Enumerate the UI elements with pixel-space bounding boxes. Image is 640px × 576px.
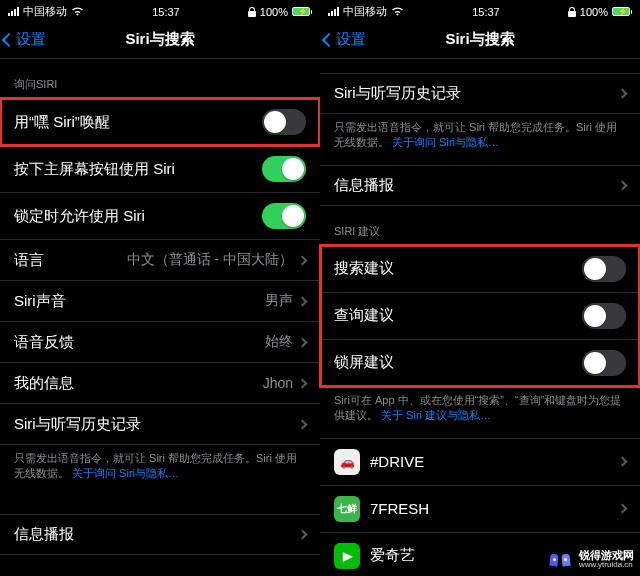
chevron-right-icon bbox=[298, 337, 308, 347]
cell-history[interactable]: Siri与听写历史记录 bbox=[320, 73, 640, 114]
cell-app-drive[interactable]: 🚗 #DRIVE bbox=[320, 438, 640, 486]
cell-voice-feedback[interactable]: 语音反馈 始终 bbox=[0, 322, 320, 363]
battery-percent: 100% bbox=[580, 6, 608, 18]
cell-announce[interactable]: 信息播报 bbox=[320, 165, 640, 206]
nav-bar: 设置 Siri与搜索 bbox=[320, 21, 640, 59]
cell-home-button-siri[interactable]: 按下主屏幕按钮使用 Siri bbox=[0, 146, 320, 193]
cell-label: Siri与听写历史记录 bbox=[334, 84, 461, 103]
carrier: 中国移动 bbox=[343, 4, 387, 19]
battery-icon: ⚡ bbox=[292, 7, 312, 16]
cell-app-7fresh[interactable]: 七鲜 7FRESH bbox=[320, 486, 640, 533]
nav-bar: 设置 Siri与搜索 bbox=[0, 21, 320, 59]
app-icon-iqiyi: ▶ bbox=[334, 543, 360, 569]
battery-percent: 100% bbox=[260, 6, 288, 18]
cell-lockscreen-suggestions[interactable]: 锁屏建议 bbox=[320, 340, 640, 387]
status-time: 15:37 bbox=[152, 6, 180, 18]
privacy-link[interactable]: 关于询问 Siri与隐私… bbox=[392, 136, 499, 148]
footer-ask-siri: 只需发出语音指令，就可让 Siri 帮助您完成任务。Siri 使用无线数据。 关… bbox=[0, 445, 320, 496]
cell-announce[interactable]: 信息播报 bbox=[0, 514, 320, 555]
cell-lookup-suggestions[interactable]: 查询建议 bbox=[320, 293, 640, 340]
chevron-right-icon bbox=[618, 180, 628, 190]
screenshot-left: 中国移动 15:37 100% ⚡ 设置 Siri与搜索 询问SIRI 用“嘿 … bbox=[0, 0, 320, 576]
status-bar: 中国移动 15:37 100% ⚡ bbox=[0, 0, 320, 21]
wifi-icon bbox=[71, 7, 84, 16]
status-bar: 中国移动 15:37 100% ⚡ bbox=[320, 0, 640, 21]
nav-title: Siri与搜索 bbox=[320, 30, 640, 49]
signal-icon bbox=[328, 7, 339, 16]
chevron-right-icon bbox=[298, 255, 308, 265]
chevron-right-icon bbox=[618, 504, 628, 514]
cell-search-suggestions[interactable]: 搜索建议 bbox=[320, 245, 640, 293]
switch-search-sug[interactable] bbox=[582, 256, 626, 282]
cell-label: 锁定时允许使用 Siri bbox=[14, 207, 145, 226]
cell-label: 锁屏建议 bbox=[334, 353, 394, 372]
lock-icon bbox=[568, 7, 576, 17]
cell-label: 搜索建议 bbox=[334, 259, 394, 278]
battery-icon: ⚡ bbox=[612, 7, 632, 16]
cell-label: 语音反馈 bbox=[14, 333, 74, 352]
footer-ask-siri: 只需发出语音指令，就可让 Siri 帮助您完成任务。Siri 使用无线数据。 关… bbox=[320, 114, 640, 165]
cell-label: Siri与听写历史记录 bbox=[14, 415, 141, 434]
wifi-icon bbox=[391, 7, 404, 16]
cell-history[interactable]: Siri与听写历史记录 bbox=[0, 404, 320, 445]
cell-hey-siri[interactable]: 用“嘿 Siri”唤醒 bbox=[0, 98, 320, 146]
app-icon-drive: 🚗 bbox=[334, 449, 360, 475]
switch-locked[interactable] bbox=[262, 203, 306, 229]
cell-label: 按下主屏幕按钮使用 Siri bbox=[14, 160, 175, 179]
cell-label: 7FRESH bbox=[370, 500, 429, 517]
footer-suggestions: Siri可在 App 中、或在您使用“搜索”、“查询”和键盘时为您提供建议。 关… bbox=[320, 387, 640, 438]
cell-label: 用“嘿 Siri”唤醒 bbox=[14, 113, 110, 132]
cell-label: Siri声音 bbox=[14, 292, 66, 311]
switch-lookup-sug[interactable] bbox=[582, 303, 626, 329]
lock-icon bbox=[248, 7, 256, 17]
privacy-link[interactable]: 关于询问 Siri与隐私… bbox=[72, 467, 179, 479]
watermark-icon bbox=[546, 551, 574, 569]
chevron-right-icon bbox=[298, 296, 308, 306]
chevron-right-icon bbox=[298, 378, 308, 388]
cell-label: 我的信息 bbox=[14, 374, 74, 393]
cell-locked-siri[interactable]: 锁定时允许使用 Siri bbox=[0, 193, 320, 240]
section-header-suggestions: SIRI 建议 bbox=[320, 206, 640, 245]
cell-label: #DRIVE bbox=[370, 453, 424, 470]
cell-label: 爱奇艺 bbox=[370, 546, 415, 565]
cell-label: 查询建议 bbox=[334, 306, 394, 325]
section-header-ask-siri: 询问SIRI bbox=[0, 59, 320, 98]
chevron-right-icon bbox=[298, 419, 308, 429]
watermark: 锐得游戏网www.ytruida.cn bbox=[546, 549, 634, 570]
chevron-right-icon bbox=[298, 529, 308, 539]
chevron-right-icon bbox=[618, 89, 628, 99]
nav-title: Siri与搜索 bbox=[0, 30, 320, 49]
chevron-right-icon bbox=[618, 457, 628, 467]
cell-my-info[interactable]: 我的信息 Jhon bbox=[0, 363, 320, 404]
switch-hey-siri[interactable] bbox=[262, 109, 306, 135]
status-time: 15:37 bbox=[472, 6, 500, 18]
carrier: 中国移动 bbox=[23, 4, 67, 19]
switch-home-button[interactable] bbox=[262, 156, 306, 182]
cell-label: 信息播报 bbox=[14, 525, 74, 544]
cell-language[interactable]: 语言 中文（普通话 - 中国大陆） bbox=[0, 240, 320, 281]
switch-lock-sug[interactable] bbox=[582, 350, 626, 376]
app-icon-7fresh: 七鲜 bbox=[334, 496, 360, 522]
cell-label: 语言 bbox=[14, 251, 44, 270]
screenshot-right: 中国移动 15:37 100% ⚡ 设置 Siri与搜索 Siri与听写历史记录… bbox=[320, 0, 640, 576]
cell-siri-voice[interactable]: Siri声音 男声 bbox=[0, 281, 320, 322]
signal-icon bbox=[8, 7, 19, 16]
suggestions-privacy-link[interactable]: 关于 Siri 建议与隐私… bbox=[381, 409, 491, 421]
cell-label: 信息播报 bbox=[334, 176, 394, 195]
